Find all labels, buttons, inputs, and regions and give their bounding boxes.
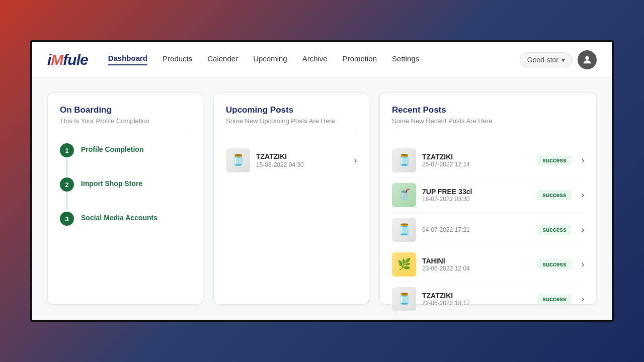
recent-post-status-3: success: [537, 259, 571, 269]
nav-link-upcoming[interactable]: Upcoming: [253, 54, 287, 65]
nav-link-archive[interactable]: Archive: [302, 54, 328, 65]
nav-right: Good-stor ▾: [520, 50, 597, 69]
step-2-line: 2: [60, 177, 74, 212]
chevron-down-icon: ▾: [561, 56, 565, 64]
step-1-line: 1: [60, 143, 74, 177]
onboarding-divider: [60, 134, 191, 134]
recent-post-date-3: 23-06-2022 12:04: [422, 265, 531, 272]
main-content: On Boarding This Is Your Profile Complet…: [32, 77, 612, 320]
recent-post-status-1: success: [537, 190, 571, 200]
onboarding-subtitle: This Is Your Profile Completion: [60, 117, 191, 125]
nav-link-products[interactable]: Products: [163, 54, 192, 65]
onboarding-title: On Boarding: [60, 105, 191, 115]
upcoming-post-info-0: TZATZIKI 15-08-2022 04:30: [256, 152, 348, 168]
upcoming-divider: [226, 134, 357, 134]
recent-tzatziki-icon-4: 🫙: [397, 293, 411, 306]
recent-posts-title: Recent Posts: [392, 105, 584, 115]
recent-post-thumb-2: 🫙: [392, 218, 416, 242]
recent-tzatziki-icon-0: 🫙: [397, 154, 411, 167]
recent-post-thumb-0: 🫙: [392, 148, 416, 172]
step-2[interactable]: 2 Import Shop Store: [60, 177, 191, 212]
7up-icon: 🥤: [397, 189, 411, 202]
upcoming-post-item-0[interactable]: 🫙 TZATZIKI 15-08-2022 04:30 ›: [226, 143, 357, 177]
recent-post-status-4: success: [537, 294, 571, 304]
step-3-label: Social Media Accounts: [81, 212, 157, 222]
recent-post-date-2: 04-07-2022 17:21: [422, 226, 531, 233]
upcoming-post-date-0: 15-08-2022 04:30: [256, 161, 348, 168]
recent-post-arrow-0: ›: [582, 156, 584, 165]
logo-rest: fule: [63, 51, 88, 68]
recent-post-info-4: TZATZIKI 22-06-2022 18:17: [422, 292, 531, 307]
corner-tr: [605, 40, 614, 49]
recent-post-item-2[interactable]: 🫙 04-07-2022 17:21 success ›: [392, 213, 584, 247]
recent-post-name-0: TZATZIKI: [422, 153, 531, 161]
upcoming-post-arrow-0: ›: [354, 156, 357, 165]
upcoming-posts-title: Upcoming Posts: [226, 105, 357, 115]
recent-post-name-4: TZATZIKI: [422, 292, 531, 300]
recent-posts-card: Recent Posts Some New Recent Posts Are H…: [379, 93, 597, 305]
nav-link-calender[interactable]: Calender: [207, 54, 238, 65]
step-1[interactable]: 1 Profile Completion: [60, 143, 191, 177]
store-dropdown[interactable]: Good-stor ▾: [520, 52, 573, 67]
upcoming-post-thumb-0: 🫙: [226, 148, 250, 172]
recent-post-info-2: 04-07-2022 17:21: [422, 226, 531, 233]
nav-link-settings[interactable]: Settings: [392, 54, 419, 65]
step-2-number: 2: [60, 177, 74, 192]
step-2-label: Import Shop Store: [81, 177, 142, 188]
corner-tl: [30, 40, 39, 49]
nav-link-dashboard[interactable]: Dashboard: [108, 54, 147, 65]
recent-post-info-0: TZATZIKI 25-07-2022 12:14: [422, 153, 531, 168]
navbar: iMfule Dashboard Products Calender Upcom…: [32, 42, 612, 77]
recent-post-date-1: 16-07-2022 03:30: [422, 196, 531, 203]
nav-link-promotion[interactable]: Promotion: [343, 54, 377, 65]
recent-post-name-1: 7UP FREE 33cl: [422, 188, 531, 196]
recent-post-item-3[interactable]: 🌿 TAHINI 23-06-2022 12:04 success ›: [392, 247, 584, 282]
recent-post-item-1[interactable]: 🥤 7UP FREE 33cl 16-07-2022 03:30 success…: [392, 178, 584, 212]
recent-post-info-1: 7UP FREE 33cl 16-07-2022 03:30: [422, 188, 531, 203]
tahini-icon: 🌿: [397, 258, 411, 271]
step-1-number: 1: [60, 143, 74, 157]
logo-m: M: [51, 51, 63, 68]
upcoming-post-name-0: TZATZIKI: [256, 152, 348, 160]
recent-post-name-3: TAHINI: [422, 257, 531, 265]
recent-divider: [392, 134, 584, 134]
recent-post-arrow-4: ›: [582, 295, 584, 304]
step-3-line: 3: [60, 212, 74, 226]
recent-post-item-0[interactable]: 🫙 TZATZIKI 25-07-2022 12:14 success ›: [392, 143, 584, 177]
recent-post-status-0: success: [537, 155, 571, 165]
onboarding-steps: 1 Profile Completion 2 Import Shop Store: [60, 143, 191, 226]
step-1-connector: [66, 158, 67, 176]
recent-post-thumb-4: 🫙: [392, 287, 416, 311]
store-label: Good-stor: [527, 56, 558, 64]
svg-point-0: [585, 56, 589, 59]
step-1-label: Profile Completion: [81, 143, 143, 153]
window-frame: iMfule Dashboard Products Calender Upcom…: [30, 40, 614, 322]
tzatziki-icon: 🫙: [231, 154, 245, 167]
recent-posts-subtitle: Some New Recent Posts Are Here: [392, 117, 584, 125]
step-3-number: 3: [60, 212, 74, 226]
upcoming-posts-subtitle: Some New Upcoming Posts Are Here: [226, 117, 357, 125]
step-2-connector: [66, 193, 67, 211]
recent-post-date-0: 25-07-2022 12:14: [422, 161, 531, 168]
recent-post-arrow-3: ›: [582, 260, 584, 269]
corner-bl: [30, 313, 39, 322]
avatar[interactable]: [578, 50, 597, 69]
recent-post-info-3: TAHINI 23-06-2022 12:04: [422, 257, 531, 272]
recent-post-thumb-3: 🌿: [392, 252, 416, 277]
recent-tzatziki-icon-2: 🫙: [397, 223, 411, 236]
nav-links: Dashboard Products Calender Upcoming Arc…: [108, 54, 520, 65]
logo[interactable]: iMfule: [47, 51, 88, 68]
recent-post-status-2: success: [537, 225, 571, 235]
onboarding-card: On Boarding This Is Your Profile Complet…: [47, 93, 203, 305]
recent-post-date-4: 22-06-2022 18:17: [422, 300, 531, 307]
recent-post-item-4[interactable]: 🫙 TZATZIKI 22-06-2022 18:17 success ›: [392, 282, 584, 316]
step-3[interactable]: 3 Social Media Accounts: [60, 212, 191, 226]
recent-post-thumb-1: 🥤: [392, 183, 416, 207]
upcoming-posts-card: Upcoming Posts Some New Upcoming Posts A…: [213, 93, 369, 305]
recent-post-arrow-1: ›: [582, 191, 584, 200]
corner-br: [605, 313, 614, 322]
recent-post-arrow-2: ›: [582, 225, 584, 234]
